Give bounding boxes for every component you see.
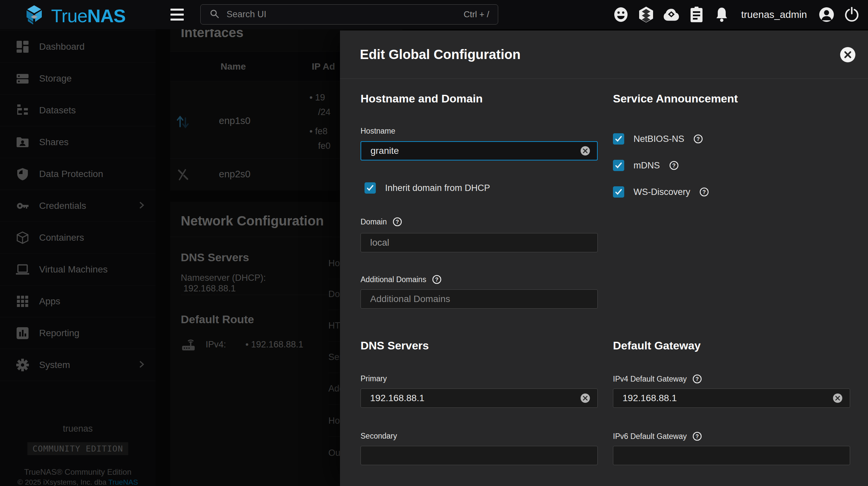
additional-domains-field	[361, 289, 598, 309]
menu-toggle-button[interactable]	[170, 9, 184, 21]
clear-input-icon[interactable]	[833, 393, 843, 403]
hostname-input[interactable]	[361, 141, 598, 160]
secondary-dns-field	[361, 446, 598, 465]
svg-text:?: ?	[696, 433, 699, 439]
truenas-logo[interactable]: TrueNAS	[24, 5, 125, 27]
feedback-smiley-icon[interactable]	[613, 7, 628, 22]
power-icon[interactable]	[844, 7, 859, 22]
ipv4-gateway-label: IPv4 Default Gateway ?	[613, 374, 702, 384]
hostname-domain-heading: Hostname and Domain	[361, 92, 483, 105]
search-icon	[209, 9, 220, 21]
svg-text:?: ?	[435, 277, 438, 283]
checkbox-checked-icon[interactable]	[613, 186, 624, 198]
search-input[interactable]	[226, 9, 457, 20]
additional-domains-label: Additional Domains ?	[361, 275, 441, 284]
additional-domains-input[interactable]	[361, 289, 598, 309]
help-icon[interactable]: ?	[700, 187, 709, 197]
svg-text:?: ?	[396, 219, 399, 225]
inherit-domain-checkbox-row[interactable]: Inherit domain from DHCP	[365, 182, 490, 194]
global-search[interactable]: Ctrl + /	[200, 4, 498, 25]
truecommand-icon[interactable]	[639, 7, 654, 22]
ipv4-gateway-input[interactable]	[613, 389, 850, 408]
default-gateway-heading: Default Gateway	[613, 339, 701, 352]
domain-label: Domain ?	[361, 217, 402, 226]
svg-text:?: ?	[696, 136, 700, 142]
svg-text:?: ?	[672, 163, 676, 168]
cloud-status-icon[interactable]	[664, 7, 679, 22]
username-label: truenas_admin	[741, 9, 807, 20]
primary-dns-label: Primary	[361, 374, 387, 383]
ipv6-gateway-label: IPv6 Default Gateway ?	[613, 432, 702, 441]
netbios-checkbox-row[interactable]: NetBIOS-NS ?	[613, 133, 703, 144]
clear-input-icon[interactable]	[580, 146, 590, 156]
truenas-logo-text: TrueNAS	[51, 5, 125, 27]
main-area: Dashboard Storage Datasets Shares Data P…	[0, 29, 868, 486]
help-icon[interactable]: ?	[393, 217, 402, 226]
help-icon[interactable]: ?	[669, 161, 679, 170]
edit-global-configuration-modal: Edit Global Configuration Hostname and D…	[340, 31, 868, 486]
notifications-bell-icon[interactable]	[714, 7, 730, 22]
hostname-label: Hostname	[361, 127, 395, 136]
help-icon[interactable]: ?	[692, 374, 702, 384]
secondary-dns-input[interactable]	[361, 446, 598, 465]
help-icon[interactable]: ?	[692, 432, 702, 441]
top-bar: TrueNAS Ctrl + /	[0, 0, 868, 29]
help-icon[interactable]: ?	[693, 134, 703, 143]
hostname-field	[361, 141, 598, 160]
domain-input[interactable]	[361, 233, 598, 252]
domain-field	[361, 233, 598, 252]
checkbox-checked-icon[interactable]	[613, 133, 624, 144]
ipv6-gateway-field	[613, 446, 850, 465]
secondary-dns-label: Secondary	[361, 432, 397, 441]
ipv6-gateway-input[interactable]	[613, 446, 850, 465]
checkbox-checked-icon[interactable]	[365, 182, 376, 194]
ipv4-gateway-field	[613, 389, 850, 408]
clear-input-icon[interactable]	[580, 393, 590, 403]
primary-dns-input[interactable]	[361, 389, 598, 408]
dns-servers-heading: DNS Servers	[361, 339, 429, 352]
ws-discovery-checkbox-row[interactable]: WS-Discovery ?	[613, 186, 709, 198]
mdns-checkbox-row[interactable]: mDNS ?	[613, 160, 679, 171]
svg-text:?: ?	[703, 189, 706, 195]
user-avatar-icon[interactable]	[819, 7, 834, 22]
close-icon[interactable]	[840, 47, 856, 62]
search-shortcut-hint: Ctrl + /	[464, 9, 489, 20]
modal-title: Edit Global Configuration	[360, 47, 840, 62]
primary-dns-field	[361, 389, 598, 408]
jobs-clipboard-icon[interactable]	[689, 7, 704, 22]
svg-text:?: ?	[696, 376, 699, 382]
service-announcement-heading: Service Announcement	[613, 92, 738, 105]
truenas-logo-icon	[24, 5, 44, 27]
help-icon[interactable]: ?	[432, 275, 441, 284]
checkbox-checked-icon[interactable]	[613, 160, 624, 171]
modal-header: Edit Global Configuration	[340, 31, 868, 79]
